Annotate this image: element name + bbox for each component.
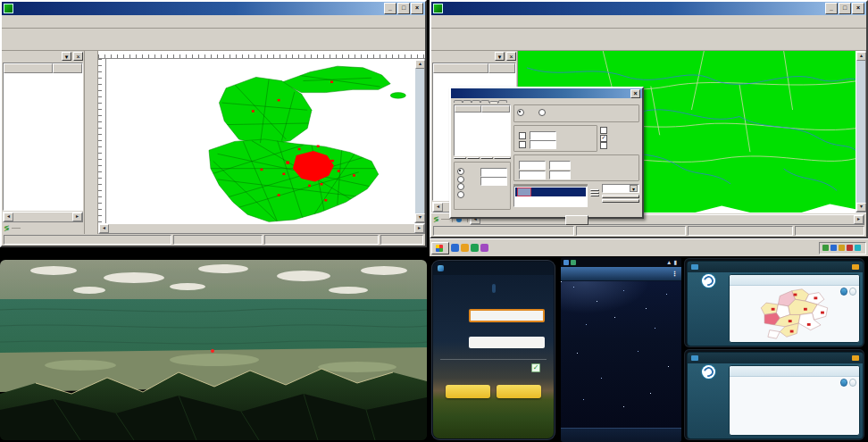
tab-relation[interactable] bbox=[480, 100, 489, 103]
upper-field[interactable] bbox=[530, 131, 556, 140]
title-right-icon[interactable] bbox=[852, 355, 859, 361]
tab-label[interactable] bbox=[463, 100, 472, 103]
width-field[interactable] bbox=[480, 177, 507, 186]
histogram-radio[interactable] bbox=[517, 109, 524, 116]
quicklaunch-ie-icon[interactable] bbox=[451, 244, 459, 252]
layer-control-tab[interactable] bbox=[441, 219, 450, 220]
terrain-scene bbox=[0, 260, 427, 440]
transparent-checkbox[interactable] bbox=[600, 127, 607, 134]
tablet-b-sidebar bbox=[688, 363, 729, 438]
map-vscrollbar[interactable]: ▴▾ bbox=[414, 59, 425, 223]
refresh-button[interactable] bbox=[840, 379, 847, 387]
apply-button[interactable] bbox=[480, 157, 493, 159]
tray-icon-3[interactable] bbox=[839, 245, 845, 251]
refresh-button[interactable] bbox=[840, 288, 847, 296]
tray-icon-1[interactable] bbox=[822, 245, 829, 251]
panel-close-icon[interactable]: × bbox=[73, 52, 83, 61]
editor-map-canvas[interactable] bbox=[106, 59, 414, 223]
close-button[interactable]: × bbox=[852, 3, 864, 14]
start-button[interactable] bbox=[431, 242, 449, 254]
minimize-button[interactable]: _ bbox=[384, 3, 396, 14]
lower-checkbox[interactable] bbox=[519, 141, 526, 148]
world-vscrollbar[interactable]: ▴▾ bbox=[855, 51, 866, 213]
warning-map-body bbox=[730, 286, 859, 342]
legend-param-button[interactable] bbox=[602, 199, 639, 203]
attr-field-select[interactable]: ▾ bbox=[602, 184, 639, 193]
project-menubar bbox=[431, 15, 866, 29]
dlg-col-name[interactable] bbox=[481, 105, 510, 113]
dir-right-radio[interactable] bbox=[457, 191, 464, 198]
account-input[interactable] bbox=[469, 309, 545, 322]
exit-button[interactable] bbox=[497, 385, 541, 398]
tray-icon-5[interactable] bbox=[855, 245, 861, 251]
tab-thematic[interactable] bbox=[489, 101, 498, 104]
layer-properties-dialog: × bbox=[449, 87, 644, 219]
map-marker[interactable] bbox=[211, 349, 214, 353]
title-left-icon bbox=[691, 355, 698, 361]
exit-button[interactable] bbox=[565, 215, 588, 225]
tab-select-mode[interactable] bbox=[472, 100, 480, 103]
minimize-button[interactable]: _ bbox=[825, 3, 838, 14]
field-add-button[interactable] bbox=[590, 189, 599, 191]
quicklaunch-folder-icon[interactable] bbox=[461, 244, 469, 252]
status-scale bbox=[795, 226, 864, 236]
remember-checkbox[interactable]: ✓ bbox=[531, 363, 540, 372]
add-button[interactable] bbox=[454, 157, 466, 159]
dialog-close-icon[interactable]: × bbox=[630, 89, 640, 98]
login-button[interactable] bbox=[446, 385, 490, 398]
terrain-3d-view[interactable] bbox=[0, 260, 427, 440]
panel-pin-icon[interactable]: ▾ bbox=[495, 52, 505, 61]
tray-icon-2[interactable] bbox=[830, 245, 837, 251]
cma-logo bbox=[702, 274, 715, 288]
thickness-field[interactable] bbox=[480, 168, 507, 177]
pie-radio[interactable] bbox=[538, 109, 546, 116]
upper-checkbox[interactable] bbox=[519, 132, 526, 139]
export-button[interactable] bbox=[849, 379, 856, 387]
map-hscrollbar[interactable]: ◂▸ bbox=[98, 223, 425, 234]
usb-icon bbox=[571, 260, 576, 265]
status-coordinates bbox=[688, 226, 793, 236]
graph-param-button[interactable] bbox=[602, 195, 639, 198]
dir-left-radio[interactable] bbox=[457, 183, 464, 190]
layer-type-col-header[interactable] bbox=[488, 63, 515, 73]
legend-button[interactable] bbox=[494, 157, 511, 159]
temperature-line-chart[interactable] bbox=[731, 395, 860, 434]
semi-transparent-checkbox[interactable] bbox=[600, 142, 607, 149]
visible-checkbox[interactable]: ✓ bbox=[600, 135, 607, 142]
layer-col-header[interactable] bbox=[433, 63, 488, 73]
field-down-button[interactable] bbox=[590, 195, 599, 196]
max-value-field[interactable] bbox=[519, 161, 546, 170]
status-ready bbox=[4, 235, 171, 245]
panel-hscrollbar[interactable]: ◂▸ bbox=[3, 212, 83, 222]
close-button[interactable]: × bbox=[411, 3, 423, 14]
file-col-header[interactable] bbox=[4, 63, 53, 73]
type-col-header[interactable] bbox=[53, 63, 82, 73]
quicklaunch-desktop-icon[interactable] bbox=[471, 244, 479, 252]
dir-down-radio[interactable] bbox=[457, 176, 464, 183]
editor-toolbar bbox=[2, 29, 425, 51]
max-pixel-field[interactable] bbox=[549, 161, 571, 170]
tab-layer-info[interactable] bbox=[498, 100, 507, 103]
layer-control-icon: ≶ bbox=[433, 215, 439, 223]
lower-field[interactable] bbox=[530, 140, 556, 149]
tab-display[interactable] bbox=[454, 100, 463, 103]
password-input[interactable] bbox=[469, 337, 545, 348]
min-value-field[interactable] bbox=[519, 171, 546, 179]
tray-icon-4[interactable] bbox=[847, 245, 853, 251]
header-more-icon[interactable]: ⋮ bbox=[672, 271, 678, 278]
panel-close-icon[interactable]: × bbox=[506, 52, 516, 61]
remove-button[interactable] bbox=[467, 157, 480, 159]
min-pixel-field[interactable] bbox=[549, 171, 571, 179]
maximize-button[interactable]: □ bbox=[839, 3, 851, 14]
fullmap-button[interactable] bbox=[849, 288, 856, 296]
panel-pin-icon[interactable]: ▾ bbox=[62, 52, 71, 61]
dir-up-radio[interactable] bbox=[457, 168, 464, 175]
dlg-col-type[interactable] bbox=[455, 105, 481, 113]
field-swatch bbox=[517, 188, 531, 196]
quicklaunch-media-icon[interactable] bbox=[480, 244, 488, 252]
maximize-button[interactable]: □ bbox=[397, 3, 410, 14]
field-remove-button[interactable] bbox=[590, 192, 599, 194]
title-right-icon[interactable] bbox=[852, 264, 859, 270]
workspace-tab[interactable] bbox=[12, 228, 21, 229]
vertical-ruler bbox=[98, 59, 106, 223]
